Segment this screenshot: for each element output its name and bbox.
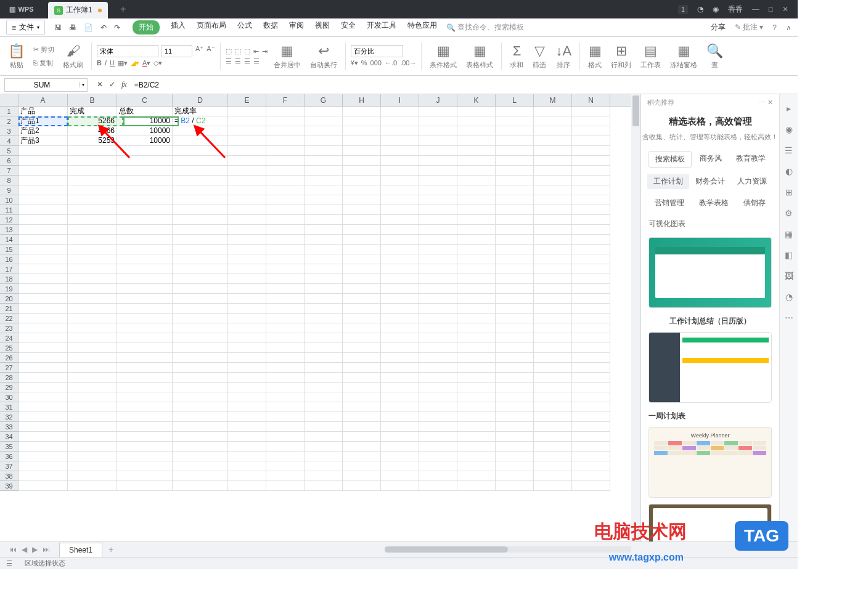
cell[interactable] [343, 264, 381, 274]
row-header[interactable]: 27 [0, 363, 18, 373]
cell[interactable] [572, 343, 610, 353]
cell[interactable] [419, 471, 457, 481]
cell[interactable] [419, 245, 457, 254]
cell[interactable] [496, 284, 534, 294]
cell[interactable] [457, 166, 496, 176]
cell[interactable] [534, 402, 572, 412]
cell[interactable] [381, 195, 419, 205]
cell[interactable] [457, 205, 496, 215]
cell[interactable] [117, 205, 173, 215]
cell[interactable] [534, 156, 572, 166]
user-avatar-icon[interactable]: ◉ [713, 5, 719, 14]
cell[interactable] [457, 284, 496, 294]
cell[interactable] [173, 461, 228, 471]
cell[interactable] [305, 314, 343, 323]
cell[interactable] [117, 235, 173, 245]
cell[interactable] [266, 432, 305, 442]
format-icon[interactable]: ▦ [589, 43, 602, 59]
cell[interactable] [419, 343, 457, 353]
cell[interactable] [305, 481, 343, 491]
cell[interactable] [381, 392, 419, 402]
cell[interactable] [18, 314, 68, 323]
row-header[interactable]: 4 [0, 136, 18, 146]
cell[interactable] [419, 304, 457, 314]
cell[interactable] [572, 461, 610, 471]
cell[interactable] [343, 116, 381, 126]
col-header-l[interactable]: L [496, 94, 534, 106]
cell[interactable] [18, 205, 68, 215]
cell[interactable] [68, 343, 117, 353]
cell[interactable] [457, 402, 496, 412]
side-icon-1[interactable]: ▸ [787, 103, 791, 113]
cell[interactable] [266, 235, 305, 245]
cell[interactable] [173, 274, 228, 284]
row-header[interactable]: 10 [0, 195, 18, 205]
cell[interactable] [534, 343, 572, 353]
cell[interactable] [266, 452, 305, 461]
cell[interactable] [419, 402, 457, 412]
row-header[interactable]: 13 [0, 225, 18, 235]
tab-view[interactable]: 视图 [315, 20, 330, 34]
merge-icon[interactable]: ▦ [280, 43, 293, 59]
cell[interactable] [305, 264, 343, 274]
cell[interactable] [534, 294, 572, 304]
cell[interactable] [18, 432, 68, 442]
tab-data[interactable]: 数据 [263, 20, 278, 34]
cell[interactable] [534, 383, 572, 392]
align-bottom-icon[interactable]: ⬚ [244, 47, 250, 55]
cell[interactable] [266, 264, 305, 274]
cell[interactable] [305, 225, 343, 235]
col-header-i[interactable]: I [381, 94, 419, 106]
cell[interactable] [18, 264, 68, 274]
cell[interactable] [534, 107, 572, 116]
cell[interactable] [381, 412, 419, 422]
cell[interactable] [343, 452, 381, 461]
cell[interactable] [173, 185, 228, 195]
cell[interactable] [228, 323, 266, 333]
cell[interactable] [18, 176, 68, 185]
cell[interactable] [18, 245, 68, 254]
row-header[interactable]: 35 [0, 442, 18, 452]
cell[interactable] [266, 136, 305, 146]
cell[interactable] [343, 471, 381, 481]
col-header-n[interactable]: N [572, 94, 610, 106]
row-header[interactable]: 39 [0, 481, 18, 491]
cell[interactable] [266, 215, 305, 225]
cell[interactable] [305, 402, 343, 412]
freeze-icon[interactable]: ▦ [677, 43, 690, 59]
cell[interactable] [18, 294, 68, 304]
cell[interactable] [117, 264, 173, 274]
row-header[interactable]: 29 [0, 383, 18, 392]
cell[interactable] [305, 274, 343, 284]
cell[interactable] [68, 402, 117, 412]
cell[interactable] [381, 205, 419, 215]
cell[interactable] [381, 452, 419, 461]
cell[interactable] [572, 392, 610, 402]
row-header[interactable]: 25 [0, 343, 18, 353]
cell[interactable] [572, 146, 610, 156]
row-header[interactable]: 30 [0, 392, 18, 402]
col-header-f[interactable]: F [266, 94, 305, 106]
cell[interactable] [305, 442, 343, 452]
cell[interactable] [381, 284, 419, 294]
row-header[interactable]: 18 [0, 274, 18, 284]
theme-icon[interactable]: ◔ [697, 5, 703, 14]
cell[interactable] [266, 481, 305, 491]
cell[interactable] [534, 353, 572, 363]
cell[interactable] [381, 481, 419, 491]
tablestyle-icon[interactable]: ▦ [473, 43, 486, 59]
cell[interactable] [68, 166, 117, 176]
border-icon[interactable]: ▦▾ [118, 59, 128, 67]
row-header[interactable]: 12 [0, 215, 18, 225]
cell[interactable] [381, 442, 419, 452]
row-header[interactable]: 5 [0, 146, 18, 156]
cell[interactable] [457, 363, 496, 373]
cell[interactable] [68, 323, 117, 333]
cell[interactable] [381, 294, 419, 304]
cell[interactable] [572, 245, 610, 254]
cell[interactable] [117, 185, 173, 195]
cell[interactable] [457, 333, 496, 343]
cell[interactable] [534, 274, 572, 284]
cell[interactable] [18, 254, 68, 264]
cell[interactable] [496, 274, 534, 284]
